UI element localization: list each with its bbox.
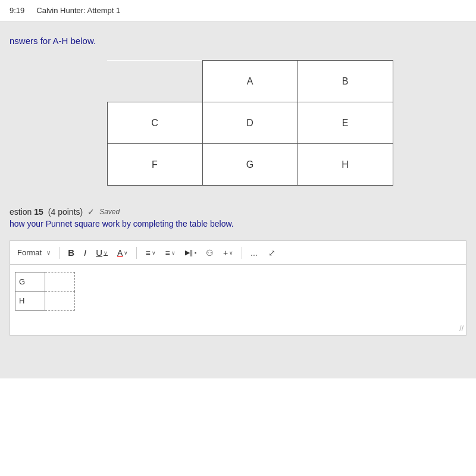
cell-G[interactable]: G — [202, 144, 298, 186]
time-display: 9:19 — [10, 6, 24, 15]
media-small: ▪ — [195, 250, 196, 256]
underline-label: U — [96, 248, 102, 258]
font-color-chevron-icon: ∨ — [124, 250, 128, 256]
underline-chevron-icon: ∨ — [104, 250, 108, 256]
editor-toolbar: Format ∨ B I U ∨ A ∨ ≡ ∨ ≡ ∨ ▶︎‖ — [10, 240, 466, 264]
add-button[interactable]: + ∨ — [220, 247, 237, 259]
saved-check-icon: ✓ — [87, 207, 95, 217]
table-row: C D E — [107, 102, 393, 144]
cell-F[interactable]: F — [107, 144, 202, 186]
question15-description: how your Punnet square work by completin… — [10, 219, 466, 228]
media-icon: ▶︎‖ — [185, 249, 193, 256]
cell-D[interactable]: D — [202, 102, 298, 144]
align-button[interactable]: ≡ ∨ — [142, 247, 159, 259]
question-number: estion 15 — [10, 207, 43, 217]
small-table-row-1: G — [15, 273, 75, 292]
small-cell-H[interactable]: H — [15, 292, 45, 311]
cell-empty-1 — [107, 61, 202, 102]
italic-button[interactable]: I — [80, 246, 90, 259]
q-points: (4 points) — [48, 207, 83, 217]
table-row: F G H — [107, 144, 393, 186]
media-button[interactable]: ▶︎‖ ▪ — [181, 248, 200, 258]
list-chevron-icon: ∨ — [171, 250, 176, 256]
q-prefix: estion — [10, 207, 34, 217]
small-cell-G[interactable]: G — [15, 273, 45, 292]
question15-section: estion 15 (4 points) ✓ Saved how your Pu… — [10, 202, 466, 240]
toolbar-divider-3 — [242, 247, 242, 259]
underline-button[interactable]: U ∨ — [92, 246, 111, 259]
format-chevron-icon[interactable]: ∨ — [46, 249, 51, 256]
link-button[interactable]: ⚇ — [202, 247, 217, 259]
align-icon: ≡ — [145, 248, 150, 258]
resize-handle[interactable]: // — [459, 324, 464, 333]
list-icon: ≡ — [165, 248, 170, 258]
editor-area[interactable]: G H // — [10, 264, 466, 336]
table-row: A B — [107, 61, 393, 102]
app-window: 9:19 Calvin Hunter: Attempt 1 nswers for… — [0, 0, 476, 476]
punnet-table-wrapper: A B C D E F G H — [33, 60, 466, 186]
small-cell-H-empty[interactable] — [45, 292, 75, 311]
list-button[interactable]: ≡ ∨ — [162, 247, 179, 259]
toolbar-divider-2 — [136, 247, 137, 259]
cell-C[interactable]: C — [107, 102, 202, 144]
link-icon: ⚇ — [206, 248, 214, 258]
toolbar-divider-1 — [59, 247, 60, 259]
q-num: 15 — [34, 207, 43, 217]
add-icon: + — [223, 248, 228, 258]
main-content: nswers for A-H below. A B C D E F G H — [0, 21, 476, 378]
question14-instructions: nswers for A-H below. — [10, 36, 466, 46]
font-color-button[interactable]: A ∨ — [114, 247, 131, 259]
small-table-row-2: H — [15, 292, 75, 311]
more-options-button[interactable]: ... — [247, 247, 261, 259]
add-chevron-icon: ∨ — [229, 250, 233, 256]
expand-button[interactable]: ⤢ — [266, 247, 278, 259]
cell-H[interactable]: H — [298, 144, 393, 186]
cell-A[interactable]: A — [202, 61, 298, 102]
small-punnet-table: G H — [15, 272, 75, 311]
format-dropdown[interactable]: Format — [15, 247, 44, 258]
question15-label: estion 15 (4 points) ✓ Saved — [10, 207, 466, 217]
attempt-title: Calvin Hunter: Attempt 1 — [36, 6, 120, 15]
font-color-label: A — [117, 248, 123, 258]
small-cell-G-empty[interactable] — [45, 273, 75, 292]
saved-badge: Saved — [99, 208, 120, 216]
top-bar: 9:19 Calvin Hunter: Attempt 1 — [0, 0, 476, 21]
cell-E[interactable]: E — [298, 102, 393, 144]
cell-B[interactable]: B — [298, 61, 393, 102]
bold-button[interactable]: B — [64, 246, 78, 259]
punnet-table: A B C D E F G H — [107, 60, 393, 186]
align-chevron-icon: ∨ — [152, 250, 156, 256]
